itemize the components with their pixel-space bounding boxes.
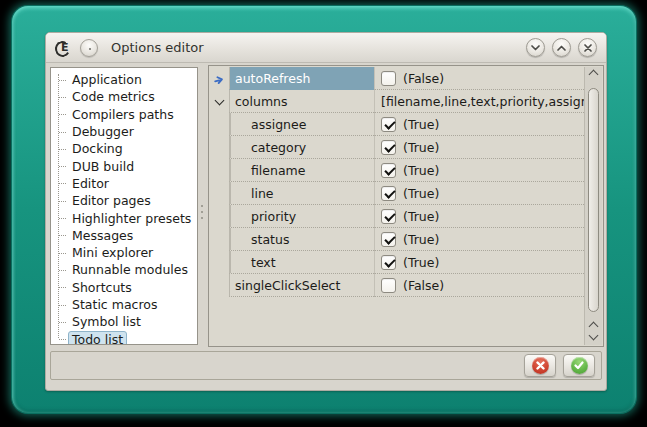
property-name[interactable]: text: [229, 251, 374, 274]
property-value[interactable]: (True): [374, 113, 584, 136]
sidebar-item-shortcuts[interactable]: Shortcuts: [51, 279, 197, 296]
cancel-button[interactable]: [524, 354, 556, 377]
window-menu-button[interactable]: [80, 39, 98, 57]
chevron-up-icon: [589, 70, 599, 80]
category-tree: Application Code metrics Compilers paths…: [51, 68, 197, 345]
property-name[interactable]: category: [229, 136, 374, 159]
row-gutter: [209, 67, 229, 90]
row-gutter[interactable]: [209, 90, 229, 113]
property-row-singleclickselect[interactable]: singleClickSelect (False): [209, 274, 584, 297]
property-row-filename[interactable]: filename (True): [209, 159, 584, 182]
expanded-chevron-icon: [214, 95, 224, 105]
minimize-button[interactable]: [526, 38, 545, 57]
scroll-down-button[interactable]: [585, 331, 602, 343]
property-row-assignee[interactable]: assignee (True): [209, 113, 584, 136]
checkbox-icon[interactable]: [381, 117, 396, 132]
sidebar-splitter[interactable]: [198, 67, 208, 345]
property-value[interactable]: [filename,line,text,priority,assigne: [374, 90, 584, 113]
checkbox-icon[interactable]: [381, 209, 396, 224]
property-value[interactable]: (True): [374, 182, 584, 205]
property-name[interactable]: status: [229, 228, 374, 251]
scroll-up-button-2[interactable]: [585, 319, 602, 331]
checkbox-icon[interactable]: [381, 255, 396, 270]
window-title: Options editor: [111, 40, 204, 55]
property-value[interactable]: (False): [374, 274, 584, 297]
app-logo-icon: E: [55, 40, 71, 56]
property-row-text[interactable]: text (True): [209, 251, 584, 274]
ok-icon: [571, 357, 588, 374]
screen: E Options editor: [0, 0, 647, 427]
options-editor-window: E Options editor: [45, 32, 607, 391]
property-value[interactable]: (True): [374, 205, 584, 228]
chevron-up-icon: [557, 45, 566, 51]
chevron-down-icon: [531, 45, 540, 51]
checkbox-icon[interactable]: [381, 140, 396, 155]
property-row-status[interactable]: status (True): [209, 228, 584, 251]
ok-button[interactable]: [563, 354, 595, 377]
sidebar-item-editor-pages[interactable]: Editor pages: [51, 192, 197, 209]
selected-arrow-icon: [214, 69, 224, 88]
property-grid: autoRefresh (False) columns [filename,li…: [208, 65, 604, 347]
sidebar-item-editor[interactable]: Editor: [51, 175, 197, 192]
property-row-columns[interactable]: columns [filename,line,text,priority,ass…: [209, 90, 584, 113]
property-name[interactable]: line: [229, 182, 374, 205]
property-row-category[interactable]: category (True): [209, 136, 584, 159]
property-name[interactable]: columns: [229, 90, 374, 113]
sidebar-item-compilers-paths[interactable]: Compilers paths: [51, 106, 197, 123]
sidebar-item-symbol-list[interactable]: Symbol list: [51, 313, 197, 330]
dialog-button-bar: [50, 351, 602, 380]
sidebar-item-application[interactable]: Application: [51, 71, 197, 88]
sidebar-item-highlighter-presets[interactable]: Highlighter presets: [51, 209, 197, 226]
close-button[interactable]: [578, 38, 597, 57]
sidebar-item-dub-build[interactable]: DUB build: [51, 157, 197, 174]
property-value[interactable]: (True): [374, 136, 584, 159]
checkbox-icon[interactable]: [381, 163, 396, 178]
chevron-down-icon: [589, 331, 599, 341]
property-name[interactable]: assignee: [229, 113, 374, 136]
sidebar-item-runnable-modules[interactable]: Runnable modules: [51, 261, 197, 278]
scrollbar-thumb[interactable]: [588, 88, 599, 312]
checkbox-icon[interactable]: [381, 278, 396, 293]
property-value[interactable]: (True): [374, 159, 584, 182]
window-frame[interactable]: E Options editor: [12, 6, 636, 413]
property-row-line[interactable]: line (True): [209, 182, 584, 205]
sidebar-item-todo-list[interactable]: Todo list: [51, 330, 197, 345]
sidebar-item-mini-explorer[interactable]: Mini explorer: [51, 244, 197, 261]
maximize-button[interactable]: [552, 38, 571, 57]
checkbox-icon[interactable]: [381, 232, 396, 247]
category-list: Application Code metrics Compilers paths…: [50, 67, 198, 345]
sidebar-item-messages[interactable]: Messages: [51, 227, 197, 244]
property-value[interactable]: (True): [374, 251, 584, 274]
splitter-grip-icon: [201, 205, 204, 219]
property-row-autorefresh[interactable]: autoRefresh (False): [209, 67, 584, 90]
titlebar[interactable]: E Options editor: [46, 33, 606, 63]
checkbox-icon[interactable]: [381, 186, 396, 201]
property-name[interactable]: singleClickSelect: [229, 274, 374, 297]
property-row-priority[interactable]: priority (True): [209, 205, 584, 228]
checkbox-icon[interactable]: [381, 71, 396, 86]
sidebar-item-debugger[interactable]: Debugger: [51, 123, 197, 140]
grid-scrollbar[interactable]: [584, 67, 602, 345]
property-name[interactable]: filename: [229, 159, 374, 182]
cancel-icon: [532, 357, 549, 374]
property-value[interactable]: (False): [374, 67, 584, 90]
sidebar-item-static-macros[interactable]: Static macros: [51, 296, 197, 313]
scroll-up-button[interactable]: [585, 67, 602, 79]
sidebar-item-code-metrics[interactable]: Code metrics: [51, 88, 197, 105]
close-icon: [584, 44, 592, 52]
property-name[interactable]: autoRefresh: [229, 67, 374, 90]
property-name[interactable]: priority: [229, 205, 374, 228]
sidebar-item-docking[interactable]: Docking: [51, 140, 197, 157]
property-value[interactable]: (True): [374, 228, 584, 251]
